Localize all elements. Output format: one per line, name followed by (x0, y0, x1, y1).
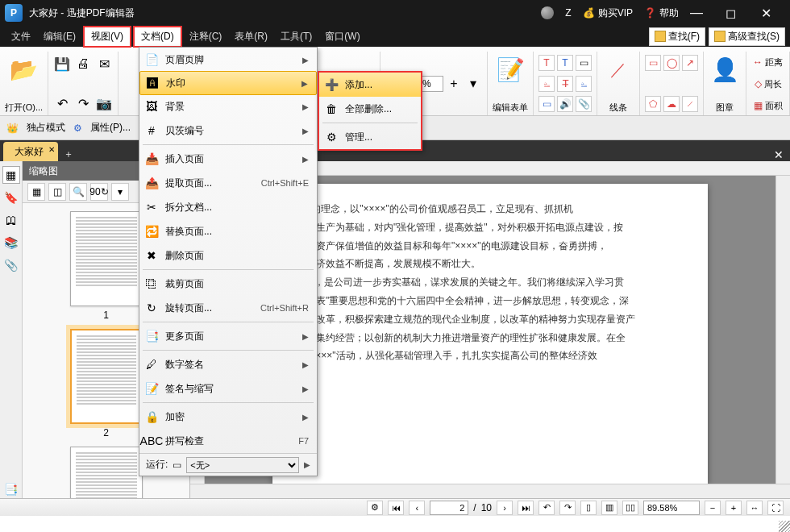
text-tool-icon[interactable]: T (538, 55, 555, 71)
submenu-item-添加...[interactable]: ➕添加... (319, 73, 421, 97)
open-label[interactable]: 打开(O)... (5, 102, 43, 114)
menu-item-加密[interactable]: 🔒加密▶ (139, 405, 317, 429)
layers-tab-icon[interactable]: 📚 (2, 234, 20, 251)
fit-width-icon[interactable]: ↔ (746, 501, 763, 515)
audio-icon[interactable]: 🔊 (557, 96, 573, 112)
save-icon[interactable]: 💾 (53, 55, 71, 73)
menu-window[interactable]: 窗口(W) (318, 27, 366, 46)
tab-close-icon[interactable]: ✕ (48, 145, 55, 154)
thumbnails-tab-icon[interactable]: ▦ (2, 166, 20, 184)
menu-item-删除页面[interactable]: ✖删除页面 (139, 243, 317, 268)
distance-label[interactable]: 距离 (765, 56, 783, 69)
menu-document[interactable]: 文档(D) (133, 26, 182, 48)
menu-item-插入页面[interactable]: 📥插入页面▶ (139, 147, 317, 171)
minimize-button[interactable]: — (690, 6, 714, 20)
menu-item-更多页面[interactable]: 📑更多页面▶ (139, 324, 317, 348)
options-icon[interactable]: ⚙ (367, 501, 383, 515)
menu-item-页眉页脚[interactable]: 📄页眉页脚▶ (139, 48, 317, 72)
stamp-label[interactable]: 图章 (716, 102, 734, 114)
submenu-item-管理...[interactable]: ⚙管理... (319, 125, 421, 149)
tab-add-icon[interactable]: ＋ (60, 148, 77, 161)
print-icon[interactable]: 🖨 (74, 55, 92, 73)
layout-facing-icon[interactable]: ▯▯ (622, 501, 638, 515)
next-page-button[interactable]: › (497, 501, 513, 515)
strike-icon[interactable]: T̶ (557, 76, 573, 92)
close-button[interactable]: ✕ (761, 6, 785, 21)
thumbnail-page-1[interactable]: 1 (70, 211, 143, 321)
circle-icon[interactable]: ◯ (663, 55, 680, 71)
thumbnail-page-3[interactable]: 3 (70, 447, 143, 498)
help-button[interactable]: ❓ 帮助 (644, 6, 679, 20)
resize-grip[interactable] (779, 521, 790, 532)
user-label[interactable]: Z (565, 7, 571, 19)
find-button[interactable]: 查找(F) (649, 27, 705, 46)
menu-item-拼写检查[interactable]: ABC拼写检查F7 (139, 429, 317, 453)
menu-item-裁剪页面[interactable]: ⿻裁剪页面 (139, 272, 317, 296)
open-folder-icon[interactable]: 📂 (8, 53, 40, 85)
zoom-out-status-icon[interactable]: − (705, 501, 721, 515)
menu-item-提取页面...[interactable]: 📤提取页面...Ctrl+Shift+E (139, 171, 317, 195)
cloud-icon[interactable]: ☁ (663, 96, 680, 112)
area-label[interactable]: 面积 (765, 100, 783, 112)
menu-edit[interactable]: 编辑(E) (37, 27, 82, 46)
stamp-icon[interactable]: 👤 (709, 53, 741, 85)
properties-button[interactable]: 属性(P)... (90, 121, 131, 135)
rect-icon[interactable]: ▭ (645, 55, 661, 71)
menu-item-背景[interactable]: 🖼背景▶ (139, 94, 317, 118)
layout-cont-icon[interactable]: ▥ (601, 501, 617, 515)
layout-single-icon[interactable]: ▯ (580, 501, 597, 515)
zoom-percent-input[interactable] (643, 501, 700, 515)
attachments-tab-icon[interactable]: 📎 (2, 256, 20, 274)
redo-icon[interactable]: ↷ (74, 94, 92, 112)
highlight-icon[interactable]: ⎁ (538, 76, 555, 92)
adv-find-button[interactable]: 高级查找(S) (709, 27, 785, 46)
tabs-close-all-icon[interactable]: ✕ (767, 148, 790, 161)
page-current-input[interactable] (430, 501, 468, 515)
zoom-in-icon[interactable]: + (445, 75, 463, 93)
menu-comment[interactable]: 注释(C) (183, 27, 229, 46)
edit-form-label[interactable]: 编辑表单 (493, 102, 528, 114)
menu-item-数字签名[interactable]: 🖊数字签名▶ (139, 352, 317, 376)
scan-icon[interactable]: 📷 (95, 94, 113, 112)
menu-item-拆分文档...[interactable]: ✂拆分文档... (139, 195, 317, 219)
polygon-icon[interactable]: ⬠ (645, 96, 661, 112)
nav-fwd-button[interactable]: ↷ (559, 501, 576, 515)
thumb-zoom-icon[interactable]: 🔍 (69, 183, 87, 201)
submenu-item-全部删除...[interactable]: 🗑全部删除... (319, 97, 421, 121)
zoom-in-status-icon[interactable]: + (726, 501, 742, 515)
buy-vip-button[interactable]: 💰 购买VIP (583, 6, 633, 20)
run-select[interactable]: <无> (186, 457, 299, 473)
globe-icon[interactable] (541, 6, 554, 19)
gear-icon[interactable]: ⚙ (73, 123, 82, 134)
eraser-icon[interactable]: ▭ (576, 55, 592, 71)
last-page-button[interactable]: ⏭ (518, 501, 534, 515)
zoom-drop-icon[interactable]: ▾ (464, 75, 482, 93)
prev-page-button[interactable]: ‹ (409, 501, 425, 515)
polyline-icon[interactable]: ⟋ (682, 96, 698, 112)
menu-form[interactable]: 表单(R) (228, 27, 274, 46)
line-tool-icon[interactable]: ／ (602, 53, 634, 85)
first-page-button[interactable]: ⏮ (388, 501, 404, 515)
menu-item-签名与缩写[interactable]: 📝签名与缩写▶ (139, 376, 317, 401)
thumbnail-page-2[interactable]: 2 (70, 329, 143, 438)
exclusive-mode-button[interactable]: 独占模式 (27, 121, 65, 135)
vertical-scrollbar[interactable] (775, 176, 790, 484)
thumb-tool-1[interactable]: ▦ (27, 183, 45, 201)
perimeter-label[interactable]: 周长 (764, 78, 782, 90)
undo-icon[interactable]: ↶ (53, 94, 71, 112)
mail-icon[interactable]: ✉ (95, 55, 113, 73)
edit-form-icon[interactable]: 📝 (494, 53, 526, 85)
thumb-more-icon[interactable]: ▾ (111, 183, 129, 201)
horizontal-scrollbar[interactable] (190, 484, 790, 498)
fit-page-icon[interactable]: ⛶ (767, 501, 784, 515)
menu-file[interactable]: 文件 (5, 27, 37, 46)
link-box-icon[interactable]: ▭ (538, 96, 555, 112)
tab-document[interactable]: 大家好✕ (3, 142, 58, 161)
nav-back-button[interactable]: ↶ (538, 501, 555, 515)
menu-view[interactable]: 视图(V) (83, 26, 131, 48)
menu-tool[interactable]: 工具(T) (274, 27, 318, 46)
thumb-rotate-icon[interactable]: 90↻ (90, 183, 108, 201)
history-tab-icon[interactable]: 🕮 (2, 211, 20, 229)
thumb-tool-2[interactable]: ◫ (48, 183, 66, 201)
menu-item-贝茨编号[interactable]: #贝茨编号▶ (139, 118, 317, 143)
